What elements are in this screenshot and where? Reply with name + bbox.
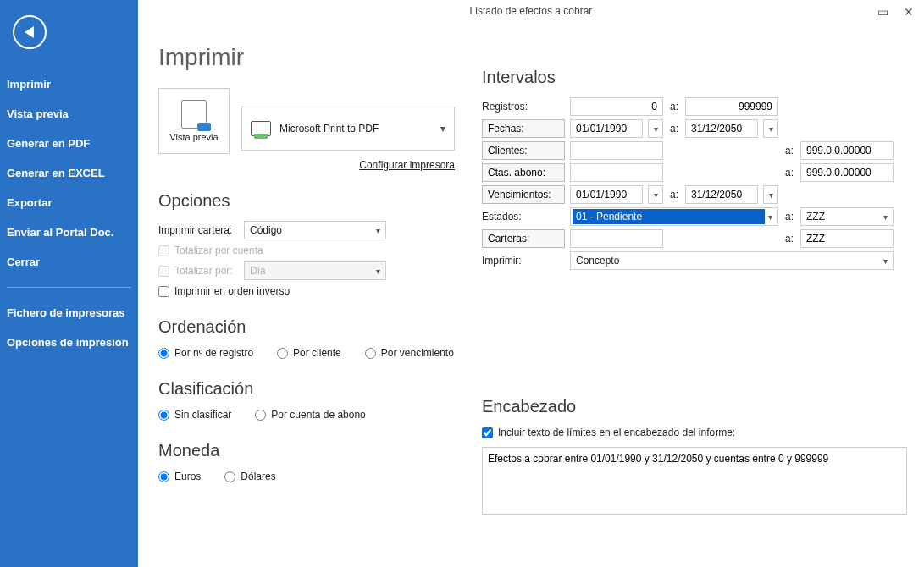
carteras-button[interactable]: Carteras:: [482, 229, 565, 248]
nav-generar-pdf[interactable]: Generar en PDF: [0, 129, 138, 158]
nav-generar-excel[interactable]: Generar en EXCEL: [0, 158, 138, 188]
sin-clasificar-radio[interactable]: Sin clasificar: [158, 409, 231, 421]
fechas-button[interactable]: Fechas:: [482, 119, 565, 138]
imprimir-intervalos-combo[interactable]: Concepto▾: [570, 251, 894, 270]
encabezado-textarea[interactable]: [482, 447, 907, 515]
a-label: a:: [783, 233, 795, 245]
a-label: a:: [668, 101, 680, 113]
a-label: a:: [783, 211, 795, 223]
a-label: a:: [668, 189, 680, 201]
section-ordenacion: Ordenación: [158, 317, 455, 337]
venc-to-picker[interactable]: ▾: [763, 185, 778, 204]
fechas-to-input[interactable]: [685, 119, 758, 138]
section-moneda: Moneda: [158, 441, 455, 460]
clientes-to-input[interactable]: [800, 141, 894, 160]
back-arrow-icon: [25, 26, 34, 38]
preview-label: Vista previa: [169, 132, 218, 142]
dolares-radio[interactable]: Dólares: [224, 471, 275, 482]
venc-from-input[interactable]: [570, 185, 643, 204]
main-content: Listado de efectos a cobrar ▭ ✕ Imprimir…: [138, 0, 924, 567]
orden-registro-radio[interactable]: Por nº de registro: [158, 347, 253, 359]
maximize-icon[interactable]: ▭: [874, 3, 892, 20]
clientes-button[interactable]: Clientes:: [482, 141, 565, 160]
configure-printer-link[interactable]: Configurar impresora: [241, 159, 455, 171]
estados-to-combo[interactable]: ZZZ▾: [800, 207, 894, 226]
nav-exportar[interactable]: Exportar: [0, 188, 138, 217]
fechas-from-picker[interactable]: ▾: [648, 119, 663, 138]
window-title: Listado de efectos a cobrar: [138, 0, 924, 17]
euros-radio[interactable]: Euros: [158, 471, 201, 482]
close-icon[interactable]: ✕: [900, 3, 917, 20]
back-button[interactable]: [13, 15, 47, 49]
section-clasificacion: Clasificación: [158, 379, 455, 399]
imprimir-intervalos-label: Imprimir:: [482, 255, 565, 267]
orden-vencimiento-radio[interactable]: Por vencimiento: [365, 347, 454, 359]
registros-label: Registros:: [482, 101, 565, 113]
ctas-from-input[interactable]: [570, 163, 663, 182]
preview-icon: [181, 100, 207, 129]
nav-imprimir[interactable]: Imprimir: [0, 69, 138, 99]
incluir-limites-checkbox[interactable]: Incluir texto de límites en el encabezad…: [482, 427, 907, 438]
ctas-to-input[interactable]: [800, 163, 894, 182]
estados-from-combo[interactable]: 01 - Pendiente▾: [570, 207, 778, 226]
totalizar-por-checkbox[interactable]: Totalizar por:: [158, 265, 239, 277]
registros-from-input[interactable]: [570, 97, 663, 116]
page-title: Imprimir: [158, 44, 455, 71]
orden-cliente-radio[interactable]: Por cliente: [277, 347, 341, 359]
a-label: a:: [783, 167, 795, 179]
clientes-from-input[interactable]: [570, 141, 663, 160]
fechas-from-input[interactable]: [570, 119, 643, 138]
a-label: a:: [783, 145, 795, 157]
venc-to-input[interactable]: [685, 185, 758, 204]
venc-from-picker[interactable]: ▾: [648, 185, 663, 204]
ctas-abono-button[interactable]: Ctas. abono:: [482, 163, 565, 182]
orden-inverso-checkbox[interactable]: Imprimir en orden inverso: [158, 285, 290, 297]
nav-separator: [7, 287, 131, 288]
printer-icon: [251, 121, 271, 136]
registros-to-input[interactable]: [685, 97, 778, 116]
nav-enviar-portal[interactable]: Enviar al Portal Doc.: [0, 217, 138, 247]
a-label: a:: [668, 123, 680, 135]
imprimir-cartera-combo[interactable]: Código▾: [244, 221, 386, 239]
nav-cerrar[interactable]: Cerrar: [0, 247, 138, 277]
section-opciones: Opciones: [158, 191, 455, 211]
totalizar-cuenta-checkbox[interactable]: Totalizar por cuenta: [158, 245, 263, 256]
section-encabezado: Encabezado: [482, 397, 907, 416]
nav-fichero-impresoras[interactable]: Fichero de impresoras: [0, 298, 138, 328]
chevron-down-icon: ▾: [440, 123, 445, 135]
preview-button[interactable]: Vista previa: [158, 88, 230, 154]
carteras-from-input[interactable]: [570, 229, 663, 248]
nav-opciones-impresion[interactable]: Opciones de impresión: [0, 328, 138, 357]
estados-label: Estados:: [482, 211, 565, 223]
fechas-to-picker[interactable]: ▾: [763, 119, 778, 138]
section-intervalos: Intervalos: [482, 68, 907, 87]
printer-select[interactable]: Microsoft Print to PDF ▾: [241, 107, 455, 151]
totalizar-por-combo: Día▾: [244, 261, 386, 280]
nav-vista-previa[interactable]: Vista previa: [0, 99, 138, 129]
sidebar: Imprimir Vista previa Generar en PDF Gen…: [0, 0, 138, 567]
imprimir-cartera-label: Imprimir cartera:: [158, 224, 239, 236]
carteras-to-input[interactable]: [800, 229, 894, 248]
vencimientos-button[interactable]: Vencimientos:: [482, 185, 565, 204]
por-cuenta-abono-radio[interactable]: Por cuenta de abono: [255, 409, 365, 421]
printer-selected-label: Microsoft Print to PDF: [279, 123, 379, 135]
